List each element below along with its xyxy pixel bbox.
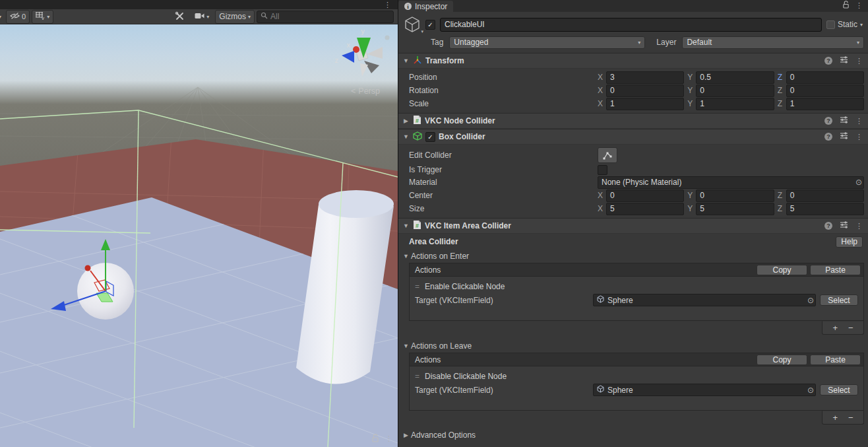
active-checkbox[interactable]: ✓ [425, 20, 435, 30]
tools-overlay-button[interactable] [171, 11, 189, 23]
gameobject-cube-icon[interactable]: ▾ [404, 16, 421, 33]
center-y-field[interactable]: 0 [696, 189, 774, 202]
rotation-x-field[interactable]: 0 [606, 85, 684, 97]
rotation-y-field[interactable]: 0 [696, 85, 774, 97]
property-label: Is Trigger [409, 165, 598, 174]
component-enabled-checkbox[interactable]: ✓ [425, 132, 435, 142]
actions-on-enter-foldout[interactable]: ▼ Actions on Enter [398, 250, 868, 262]
vector3-fields: X0 Y0 Z0 [598, 189, 864, 202]
target-object-field[interactable]: Sphere ⊙ [593, 384, 816, 396]
unlock-icon[interactable] [842, 0, 850, 11]
projection-toggle[interactable]: <Persp [351, 86, 380, 96]
center-x-field[interactable]: 0 [606, 189, 684, 202]
transform-header[interactable]: ▼ Transform ? ⋮ [398, 53, 868, 69]
scene-grid-button[interactable]: y ▾ [32, 10, 53, 24]
tab-inspector[interactable]: i Inspector [398, 1, 453, 12]
layer-dropdown[interactable]: Default ▾ [682, 36, 864, 49]
help-icon[interactable]: ? [824, 57, 832, 65]
static-checkbox[interactable] [826, 20, 835, 29]
object-picker-icon[interactable]: ⊙ [807, 386, 814, 394]
axis-z-label: Z [778, 204, 784, 213]
copy-button[interactable]: Copy [757, 355, 807, 365]
object-picker-icon[interactable]: ⊙ [807, 296, 814, 304]
position-y-field[interactable]: 0.5 [696, 71, 774, 84]
help-icon[interactable]: ? [824, 222, 832, 230]
scene-toolbar: ▾ 0 y ▾ [0, 9, 398, 24]
vkc-node-collider-header[interactable]: ▶ # VKC Node Collider ? ⋮ [398, 113, 868, 129]
eye-slash-icon [10, 12, 20, 22]
box-collider-header[interactable]: ▼ ✓ Box Collider ? ⋮ [398, 129, 868, 145]
position-row: Position X3 Y0.5 Z0 [398, 71, 868, 84]
component-menu-icon[interactable]: ⋮ [855, 118, 863, 125]
remove-action-button[interactable]: − [848, 324, 853, 332]
scene-footer-menu-icon[interactable]: ⋮ [385, 435, 392, 442]
camera-settings-button[interactable]: ▾ [191, 11, 213, 23]
foldout-open-icon[interactable]: ▼ [402, 133, 410, 140]
advanced-options-foldout[interactable]: ▶ Advanced Options [398, 429, 868, 441]
position-z-field[interactable]: 0 [786, 71, 864, 84]
target-object-field[interactable]: Sphere ⊙ [593, 294, 816, 306]
scale-z-field[interactable]: 1 [786, 98, 864, 110]
select-button[interactable]: Select [820, 384, 858, 395]
transform-body: Position X3 Y0.5 Z0 Rotation X0 Y0 Z0 Sc… [398, 69, 868, 113]
object-picker-icon[interactable]: ⊙ [855, 178, 862, 186]
component-menu-icon[interactable]: ⋮ [855, 57, 863, 65]
target-label: Target (VKCItemField) [415, 386, 593, 395]
gizmos-button[interactable]: Gizmos ▾ [215, 10, 255, 24]
foldout-closed-icon[interactable]: ▶ [402, 118, 410, 124]
gizmos-dropdown-icon[interactable]: ▾ [248, 14, 251, 20]
gameobject-name-input[interactable]: ClickableUI [440, 18, 822, 32]
unlock-icon[interactable] [371, 433, 379, 444]
scale-x-field[interactable]: 1 [606, 98, 684, 110]
foldout-open-icon: ▼ [402, 253, 410, 259]
scene-visibility-button[interactable]: 0 [6, 10, 30, 24]
center-z-field[interactable]: 0 [786, 189, 864, 202]
action-item[interactable]: = Enable Clickable Node [415, 281, 858, 291]
edit-collider-button[interactable] [598, 147, 617, 163]
gameobject-icon-dropdown[interactable]: ▾ [421, 29, 423, 34]
box-collider-icon [413, 131, 422, 143]
copy-button[interactable]: Copy [757, 265, 807, 275]
help-button[interactable]: Help [836, 236, 863, 248]
presets-icon[interactable] [840, 131, 848, 142]
is-trigger-checkbox[interactable] [598, 165, 607, 175]
presets-icon[interactable] [840, 221, 848, 231]
scene-menu-icon[interactable]: ⋮ [384, 1, 391, 9]
position-x-field[interactable]: 3 [606, 71, 684, 84]
help-icon[interactable]: ? [824, 133, 832, 141]
rotation-z-field[interactable]: 0 [786, 85, 864, 97]
scene-search-input[interactable]: All [257, 11, 394, 23]
foldout-open-icon[interactable]: ▼ [402, 57, 410, 64]
remove-action-button[interactable]: − [848, 413, 853, 422]
presets-icon[interactable] [840, 116, 848, 126]
action-item[interactable]: = Disable Clickable Node [415, 371, 858, 381]
help-icon[interactable]: ? [824, 117, 832, 125]
inspector-menu-icon[interactable]: ⋮ [855, 2, 863, 9]
scene-viewport[interactable]: y x z <Persp [0, 0, 398, 447]
drag-handle-icon[interactable]: = [415, 282, 419, 291]
chevron-down-icon[interactable]: ▾ [0, 14, 4, 20]
target-value: Sphere [607, 386, 804, 395]
vkc-item-area-collider-header[interactable]: ▼ # VKC Item Area Collider ? ⋮ [398, 218, 868, 234]
drag-handle-icon[interactable]: = [415, 372, 419, 381]
inspector-tab-controls: ⋮ [842, 0, 868, 12]
component-menu-icon[interactable]: ⋮ [855, 223, 863, 230]
add-action-button[interactable]: + [832, 324, 838, 332]
paste-button[interactable]: Paste [810, 355, 861, 365]
select-button[interactable]: Select [820, 294, 858, 306]
camera-dropdown-icon[interactable]: ▾ [206, 14, 209, 20]
scale-y-field[interactable]: 1 [696, 98, 774, 110]
size-z-field[interactable]: 5 [786, 203, 864, 215]
paste-button[interactable]: Paste [810, 265, 861, 275]
grid-dropdown-icon[interactable]: ▾ [47, 14, 49, 20]
actions-on-leave-foldout[interactable]: ▼ Actions on Leave [398, 340, 868, 352]
presets-icon[interactable] [840, 55, 848, 66]
add-action-button[interactable]: + [832, 413, 838, 422]
material-object-field[interactable]: None (Physic Material) ⊙ [598, 176, 864, 189]
static-dropdown-icon[interactable]: ▾ [860, 22, 863, 28]
foldout-open-icon[interactable]: ▼ [402, 223, 410, 229]
size-x-field[interactable]: 5 [606, 203, 684, 215]
component-menu-icon[interactable]: ⋮ [855, 133, 863, 141]
tag-dropdown[interactable]: Untagged ▾ [449, 36, 645, 49]
size-y-field[interactable]: 5 [696, 203, 774, 215]
